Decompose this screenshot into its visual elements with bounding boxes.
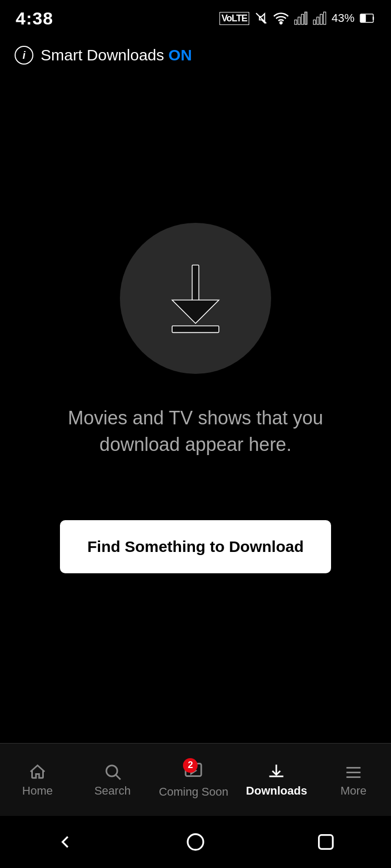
status-time: 4:38 [16,8,53,29]
nav-item-more[interactable]: More [325,762,382,798]
downloads-icon [267,762,286,781]
svg-rect-4 [301,14,303,24]
home-circle-icon [185,832,206,852]
nav-label-home: Home [22,784,53,798]
signal-icon [294,11,308,25]
svg-point-15 [106,765,117,776]
smart-downloads-bar[interactable]: i Smart Downloads ON [0,36,391,74]
svg-rect-22 [319,835,333,849]
nav-item-search[interactable]: Search [84,762,141,798]
volte-icon: VoLTE [219,12,249,25]
nav-label-downloads: Downloads [246,784,307,798]
more-icon [344,762,363,781]
status-bar: 4:38 VoLTE 43% [0,0,391,36]
smart-downloads-label: Smart Downloads ON [41,46,192,64]
coming-soon-badge: 2 [183,758,198,773]
svg-rect-14 [172,326,219,333]
signal-icon-2 [313,11,326,25]
search-icon [103,762,122,781]
main-content: Movies and TV shows that youdownload app… [0,74,391,743]
svg-rect-2 [295,20,297,24]
svg-rect-6 [313,20,315,24]
empty-state-message: Movies and TV shows that youdownload app… [68,405,323,458]
system-home-button[interactable] [182,829,209,855]
nav-label-coming-soon: Coming Soon [159,785,228,799]
svg-point-21 [188,834,203,850]
battery-percentage: 43% [332,11,355,25]
nav-item-coming-soon[interactable]: 2 Coming Soon [159,761,228,799]
svg-rect-7 [317,17,319,24]
svg-marker-13 [172,300,219,323]
nav-label-search: Search [94,784,131,798]
svg-rect-8 [320,14,322,24]
system-back-button[interactable] [52,829,78,855]
mute-icon [254,11,268,25]
nav-item-home[interactable]: Home [9,762,66,798]
download-icon-circle [120,223,271,374]
download-icon [154,257,237,340]
status-icons: VoLTE 43% [219,11,375,25]
back-icon [55,832,76,852]
battery-icon [360,12,375,24]
info-icon: i [15,46,33,65]
bottom-nav: Home Search 2 Coming Soon Downloads [0,743,391,816]
svg-rect-9 [324,12,326,24]
wifi-icon [273,11,289,25]
svg-point-1 [280,22,282,24]
svg-line-16 [116,775,120,779]
system-nav [0,816,391,868]
system-recents-button[interactable] [313,829,339,855]
svg-rect-3 [298,17,300,24]
smart-downloads-status: ON [168,46,192,64]
svg-rect-11 [361,15,365,22]
find-download-button[interactable]: Find Something to Download [60,520,331,573]
recents-icon [315,832,336,852]
home-icon [28,762,47,781]
nav-item-downloads[interactable]: Downloads [246,762,307,798]
svg-rect-5 [305,12,307,24]
nav-label-more: More [340,784,366,798]
